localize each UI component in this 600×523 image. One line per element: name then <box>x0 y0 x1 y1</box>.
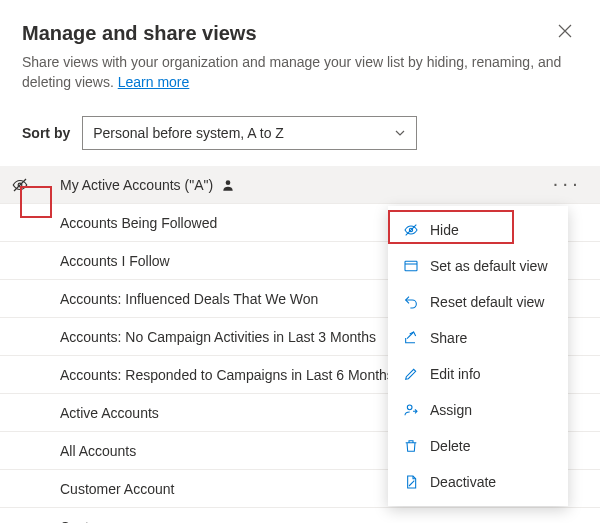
sortby-select[interactable]: Personal before system, A to Z <box>82 116 417 150</box>
list-item[interactable]: My Active Accounts ("A") · · · <box>0 166 600 204</box>
menu-label: Edit info <box>430 366 481 382</box>
menu-label: Hide <box>430 222 459 238</box>
menu-assign[interactable]: Assign <box>388 392 568 428</box>
subtitle-text: Share views with your organization and m… <box>22 54 561 90</box>
close-icon <box>558 24 572 38</box>
menu-label: Assign <box>430 402 472 418</box>
undo-icon <box>402 293 420 311</box>
default-view-icon <box>402 257 420 275</box>
learn-more-link[interactable]: Learn more <box>118 74 190 90</box>
menu-delete[interactable]: Delete <box>388 428 568 464</box>
menu-label: Deactivate <box>430 474 496 490</box>
pencil-icon <box>402 365 420 383</box>
menu-share[interactable]: Share <box>388 320 568 356</box>
svg-point-7 <box>407 405 412 410</box>
eye-off-icon <box>402 221 420 239</box>
list-item-label: Accounts: Responded to Campaigns in Last… <box>60 367 394 383</box>
list-item-label: My Active Accounts ("A") <box>60 177 213 193</box>
sortby-value: Personal before system, A to Z <box>93 125 284 141</box>
list-item-label: Accounts Being Followed <box>60 215 217 231</box>
menu-reset-default[interactable]: Reset default view <box>388 284 568 320</box>
assign-icon <box>402 401 420 419</box>
list-item[interactable]: Customers <box>0 508 600 523</box>
menu-deactivate[interactable]: Deactivate <box>388 464 568 500</box>
trash-icon <box>402 437 420 455</box>
list-item-label: Accounts: No Campaign Activities in Last… <box>60 329 376 345</box>
more-button[interactable]: · · · <box>548 177 578 193</box>
person-icon <box>221 178 235 192</box>
eye-off-icon <box>11 176 29 194</box>
menu-label: Share <box>430 330 467 346</box>
context-menu: Hide Set as default view Reset default v… <box>388 206 568 506</box>
list-item-label: Active Accounts <box>60 405 159 421</box>
menu-hide[interactable]: Hide <box>388 212 568 248</box>
svg-point-2 <box>226 180 231 185</box>
svg-rect-5 <box>405 261 417 270</box>
list-item-label: All Accounts <box>60 443 136 459</box>
menu-label: Reset default view <box>430 294 544 310</box>
dialog-title: Manage and share views <box>22 22 257 45</box>
dialog-subtitle: Share views with your organization and m… <box>22 53 578 92</box>
close-button[interactable] <box>552 22 578 40</box>
menu-edit-info[interactable]: Edit info <box>388 356 568 392</box>
list-item-label: Accounts: Influenced Deals That We Won <box>60 291 318 307</box>
share-icon <box>402 329 420 347</box>
list-item-label: Accounts I Follow <box>60 253 170 269</box>
list-item-label: Customers <box>60 519 128 523</box>
chevron-down-icon <box>394 127 406 139</box>
menu-label: Delete <box>430 438 470 454</box>
svg-line-8 <box>409 481 414 486</box>
deactivate-icon <box>402 473 420 491</box>
menu-set-default[interactable]: Set as default view <box>388 248 568 284</box>
list-item-label: Customer Account <box>60 481 174 497</box>
hide-toggle[interactable] <box>6 176 34 194</box>
menu-label: Set as default view <box>430 258 548 274</box>
sortby-label: Sort by <box>22 125 70 141</box>
